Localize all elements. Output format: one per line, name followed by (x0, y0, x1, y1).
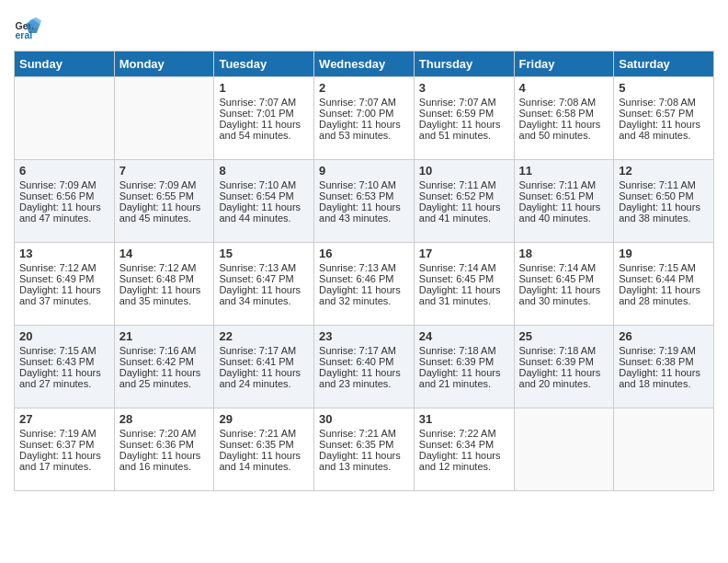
daylight-text: Daylight: 11 hours and 12 minutes. (419, 450, 509, 472)
sunset-text: Sunset: 6:37 PM (19, 439, 109, 450)
sunrise-text: Sunrise: 7:17 AM (319, 345, 409, 356)
sunset-text: Sunset: 6:42 PM (119, 356, 210, 367)
calendar-cell: 19Sunrise: 7:15 AMSunset: 6:44 PMDayligh… (614, 243, 714, 326)
sunrise-text: Sunrise: 7:11 AM (419, 179, 509, 190)
daylight-text: Daylight: 11 hours and 41 minutes. (419, 201, 509, 224)
daylight-text: Daylight: 11 hours and 40 minutes. (519, 201, 609, 224)
sunrise-text: Sunrise: 7:11 AM (519, 179, 609, 190)
sunset-text: Sunset: 6:50 PM (619, 190, 709, 201)
day-number: 16 (319, 247, 409, 260)
weekday-header-row: SundayMondayTuesdayWednesdayThursdayFrid… (15, 52, 714, 77)
sunset-text: Sunset: 7:00 PM (319, 108, 409, 119)
daylight-text: Daylight: 11 hours and 47 minutes. (19, 201, 109, 224)
daylight-text: Daylight: 11 hours and 21 minutes. (419, 367, 509, 389)
sunrise-text: Sunrise: 7:15 AM (619, 262, 709, 273)
week-row-1: 1Sunrise: 7:07 AMSunset: 7:01 PMDaylight… (15, 77, 714, 160)
sunrise-text: Sunrise: 7:10 AM (319, 179, 409, 190)
sunset-text: Sunset: 6:55 PM (119, 190, 210, 201)
calendar-cell: 20Sunrise: 7:15 AMSunset: 6:43 PMDayligh… (15, 326, 115, 408)
sunset-text: Sunset: 6:45 PM (419, 273, 509, 284)
calendar-cell: 15Sunrise: 7:13 AMSunset: 6:47 PMDayligh… (214, 243, 314, 326)
daylight-text: Daylight: 11 hours and 37 minutes. (19, 284, 109, 306)
day-number: 27 (19, 412, 109, 426)
day-number: 24 (419, 329, 509, 343)
calendar-cell (514, 408, 614, 491)
daylight-text: Daylight: 11 hours and 43 minutes. (319, 201, 409, 224)
calendar-cell: 29Sunrise: 7:21 AMSunset: 6:35 PMDayligh… (214, 408, 314, 491)
sunrise-text: Sunrise: 7:12 AM (19, 262, 109, 273)
sunrise-text: Sunrise: 7:08 AM (519, 97, 609, 108)
sunset-text: Sunset: 6:34 PM (419, 439, 509, 450)
day-number: 2 (319, 81, 409, 95)
sunset-text: Sunset: 6:47 PM (219, 273, 309, 284)
daylight-text: Daylight: 11 hours and 31 minutes. (419, 284, 509, 306)
day-number: 1 (219, 81, 309, 95)
day-number: 11 (519, 164, 609, 178)
calendar-cell: 22Sunrise: 7:17 AMSunset: 6:41 PMDayligh… (214, 326, 314, 408)
daylight-text: Daylight: 11 hours and 51 minutes. (419, 119, 509, 141)
sunset-text: Sunset: 6:52 PM (419, 190, 509, 201)
sunset-text: Sunset: 6:51 PM (519, 190, 609, 201)
sunrise-text: Sunrise: 7:20 AM (119, 428, 210, 439)
day-number: 20 (19, 329, 109, 343)
calendar-cell: 27Sunrise: 7:19 AMSunset: 6:37 PMDayligh… (15, 408, 115, 491)
calendar-cell: 2Sunrise: 7:07 AMSunset: 7:00 PMDaylight… (314, 77, 415, 160)
daylight-text: Daylight: 11 hours and 35 minutes. (119, 284, 210, 306)
daylight-text: Daylight: 11 hours and 30 minutes. (519, 284, 609, 306)
weekday-header-friday: Friday (514, 52, 614, 77)
day-number: 4 (519, 81, 609, 95)
sunrise-text: Sunrise: 7:15 AM (19, 345, 109, 356)
daylight-text: Daylight: 11 hours and 27 minutes. (19, 367, 109, 389)
sunrise-text: Sunrise: 7:21 AM (219, 428, 309, 439)
weekday-header-wednesday: Wednesday (314, 52, 415, 77)
daylight-text: Daylight: 11 hours and 50 minutes. (519, 119, 609, 141)
calendar-table: SundayMondayTuesdayWednesdayThursdayFrid… (14, 51, 714, 491)
calendar-cell: 8Sunrise: 7:10 AMSunset: 6:54 PMDaylight… (214, 160, 314, 243)
calendar-cell: 24Sunrise: 7:18 AMSunset: 6:39 PMDayligh… (414, 326, 514, 408)
daylight-text: Daylight: 11 hours and 28 minutes. (619, 284, 709, 306)
day-number: 8 (219, 164, 309, 178)
daylight-text: Daylight: 11 hours and 38 minutes. (619, 201, 709, 224)
sunrise-text: Sunrise: 7:19 AM (19, 428, 109, 439)
sunset-text: Sunset: 6:38 PM (619, 356, 709, 367)
day-number: 18 (519, 247, 609, 260)
day-number: 7 (119, 164, 210, 178)
calendar-cell: 5Sunrise: 7:08 AMSunset: 6:57 PMDaylight… (614, 77, 714, 160)
calendar-cell: 6Sunrise: 7:09 AMSunset: 6:56 PMDaylight… (15, 160, 115, 243)
sunset-text: Sunset: 6:41 PM (219, 356, 309, 367)
sunrise-text: Sunrise: 7:11 AM (619, 179, 709, 190)
day-number: 26 (619, 329, 709, 343)
sunrise-text: Sunrise: 7:17 AM (219, 345, 309, 356)
day-number: 3 (419, 81, 509, 95)
sunset-text: Sunset: 6:54 PM (219, 190, 309, 201)
sunset-text: Sunset: 6:59 PM (419, 108, 509, 119)
sunrise-text: Sunrise: 7:14 AM (419, 262, 509, 273)
sunrise-text: Sunrise: 7:07 AM (219, 97, 309, 108)
daylight-text: Daylight: 11 hours and 20 minutes. (519, 367, 609, 389)
day-number: 21 (119, 329, 210, 343)
sunrise-text: Sunrise: 7:07 AM (419, 97, 509, 108)
page-header: Gen eral (14, 14, 714, 41)
daylight-text: Daylight: 11 hours and 17 minutes. (19, 450, 109, 472)
week-row-5: 27Sunrise: 7:19 AMSunset: 6:37 PMDayligh… (15, 408, 714, 491)
sunrise-text: Sunrise: 7:22 AM (419, 428, 509, 439)
day-number: 23 (319, 329, 409, 343)
daylight-text: Daylight: 11 hours and 34 minutes. (219, 284, 309, 306)
weekday-header-monday: Monday (114, 52, 214, 77)
calendar-cell: 11Sunrise: 7:11 AMSunset: 6:51 PMDayligh… (514, 160, 614, 243)
sunset-text: Sunset: 6:58 PM (519, 108, 609, 119)
daylight-text: Daylight: 11 hours and 24 minutes. (219, 367, 309, 389)
sunset-text: Sunset: 7:01 PM (219, 108, 309, 119)
calendar-cell (15, 77, 115, 160)
daylight-text: Daylight: 11 hours and 23 minutes. (319, 367, 409, 389)
sunrise-text: Sunrise: 7:18 AM (419, 345, 509, 356)
sunset-text: Sunset: 6:56 PM (19, 190, 109, 201)
day-number: 29 (219, 412, 309, 426)
day-number: 19 (619, 247, 709, 260)
daylight-text: Daylight: 11 hours and 25 minutes. (119, 367, 210, 389)
calendar-cell: 3Sunrise: 7:07 AMSunset: 6:59 PMDaylight… (414, 77, 514, 160)
day-number: 10 (419, 164, 509, 178)
calendar-cell: 31Sunrise: 7:22 AMSunset: 6:34 PMDayligh… (414, 408, 514, 491)
calendar-cell: 9Sunrise: 7:10 AMSunset: 6:53 PMDaylight… (314, 160, 415, 243)
sunrise-text: Sunrise: 7:13 AM (319, 262, 409, 273)
